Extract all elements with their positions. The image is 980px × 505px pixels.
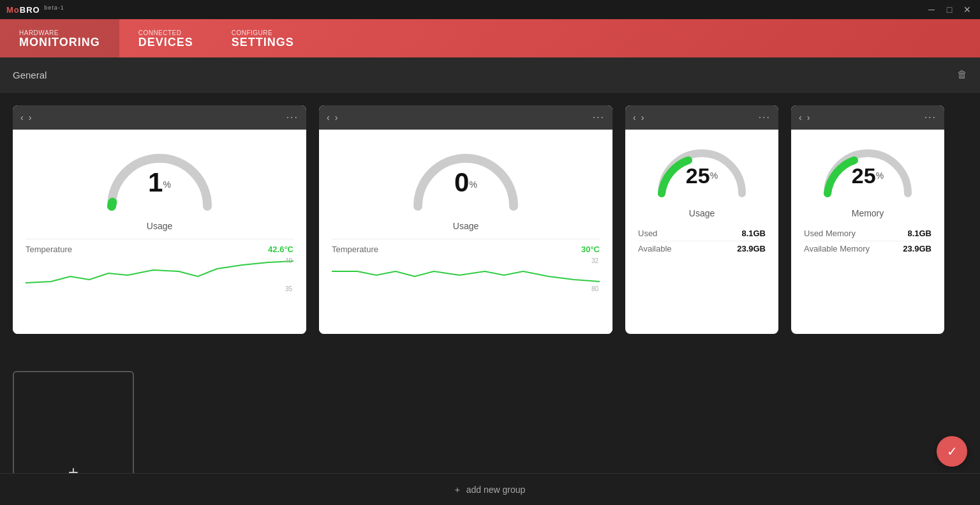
temp-label-cpu1: Temperature [26,245,72,254]
stats-mem2: Used Memory 8.1GB Available Memory 23.9G… [801,226,935,256]
widget-cpu1-menu[interactable]: ··· [286,112,299,123]
temp-row-cpu1: Temperature 42.6°C [26,239,293,254]
section-title: General [13,70,47,80]
widget-cpu1-header: ‹ › ··· [13,105,306,130]
chart-svg-cpu2 [332,257,600,292]
widget-mem2-prev[interactable]: ‹ [799,113,802,122]
gauge-unit-cpu1: % [163,179,170,190]
gauge-number-cpu1: 1 [148,167,163,197]
temp-label-cpu2: Temperature [332,245,378,254]
gauge-label-mem1: Usage [689,208,715,218]
window-controls: ─ □ ✕ [925,3,974,16]
gauge-number-mem2: 25 [852,163,876,188]
gauge-value-mem1: 25% [686,165,718,186]
stat-key-avail-mem2: Available Memory [804,244,870,253]
gauge-label-mem2: Memory [852,208,884,218]
stat-val-used-mem2: 8.1GB [907,229,932,238]
widget-cpu2-next[interactable]: › [335,113,338,122]
footer-plus-icon: + [455,485,460,495]
chart-min-cpu1: 35 [285,285,292,292]
stat-key-used-mem1: Used [638,229,657,238]
nav-item-monitoring[interactable]: Hardware MONITORING [0,19,119,57]
widget-mem2-body: 25% Memory Used Memory 8.1GB Available M… [791,130,944,308]
title-bar: MoBRO beta-1 ─ □ ✕ [0,0,980,19]
widget-cpu1-next[interactable]: › [29,113,32,122]
nav-item-settings[interactable]: Configure SETTINGS [212,19,313,57]
gauge-label-cpu2: Usage [453,221,479,231]
nav-main-settings: SETTINGS [232,36,294,48]
section-header: General 🗑 [0,57,980,93]
stat-key-used-mem2: Used Memory [804,229,856,238]
chart-area-cpu2: 32 80 [332,257,600,292]
gauge-label-cpu1: Usage [147,221,172,231]
stat-val-avail-mem1: 23.9GB [737,244,766,253]
widget-cpu1-nav: ‹ › [20,113,31,122]
widgets-area: ‹ › ··· 1% Usage Temperature 42.6°C [0,93,980,347]
widget-mem1-prev[interactable]: ‹ [633,113,636,122]
minimize-button[interactable]: ─ [925,3,938,16]
confirm-fab[interactable]: ✓ [937,436,967,467]
widget-mem1-menu[interactable]: ··· [759,112,771,123]
chart-min-cpu2: 80 [591,285,598,292]
temp-value-cpu1: 42.6°C [268,245,293,254]
widget-mem2-gauge: 25% [820,142,916,200]
gauge-number-mem1: 25 [686,163,710,188]
stat-val-used-mem1: 8.1GB [741,229,766,238]
widget-mem2-header: ‹ › ··· [791,105,944,130]
widget-mem2-menu[interactable]: ··· [924,112,937,123]
close-button[interactable]: ✕ [961,3,974,16]
chart-svg-cpu1 [26,257,293,292]
widget-mem2: ‹ › ··· 25% Memory Used Memory 8.1GB [791,105,944,334]
gauge-number-cpu2: 0 [454,167,469,197]
widget-cpu1-prev[interactable]: ‹ [20,113,24,122]
widget-mem1-body: 25% Usage Used 8.1GB Available 23.9GB [625,130,778,308]
chart-scale-cpu2: 32 80 [591,257,600,292]
temp-row-cpu2: Temperature 30°C [332,239,600,254]
nav-main-devices: DEVICES [138,36,193,48]
app-name-bro: BRO [20,5,40,15]
maximize-button[interactable]: □ [943,3,956,16]
stats-mem1: Used 8.1GB Available 23.9GB [635,226,769,256]
gauge-value-cpu2: 0% [454,169,477,196]
stat-row-used-mem2: Used Memory 8.1GB [804,226,932,241]
gauge-unit-mem1: % [710,170,718,181]
chart-area-cpu1: 49 35 [26,257,293,292]
gauge-value-mem2: 25% [852,165,884,186]
widget-cpu2-body: 0% Usage Temperature 30°C 32 80 [319,130,612,334]
footer-label: + add new group [455,485,526,495]
widget-cpu2-prev[interactable]: ‹ [327,113,330,122]
gauge-value-cpu1: 1% [148,169,171,196]
nav-bar: Hardware MONITORING Connected DEVICES Co… [0,19,980,57]
widget-cpu1: ‹ › ··· 1% Usage Temperature 42.6°C [13,105,306,334]
widget-mem1: ‹ › ··· 25% Usage Used 8.1GB [625,105,778,334]
widget-mem1-gauge: 25% [654,142,750,200]
gauge-unit-mem2: % [876,170,884,181]
widget-mem1-next[interactable]: › [641,113,644,122]
nav-main-monitoring: MONITORING [19,36,100,48]
stat-val-avail-mem2: 23.9GB [903,244,932,253]
widget-cpu1-gauge: 1% [102,142,217,213]
gauge-unit-cpu2: % [469,179,477,190]
app-name-mo: Mo [6,5,20,15]
stat-row-avail-mem1: Available 23.9GB [638,241,766,256]
section-delete-button[interactable]: 🗑 [957,69,967,80]
widget-mem2-next[interactable]: › [807,113,810,122]
widget-cpu2: ‹ › ··· 0% Usage Temperature 30°C [319,105,612,334]
footer-add-group[interactable]: + add new group [0,473,980,505]
nav-item-devices[interactable]: Connected DEVICES [119,19,212,57]
app-logo: MoBRO beta-1 [6,4,64,15]
nav-sub-settings: Configure [232,29,294,36]
chart-max-cpu2: 32 [591,257,598,264]
widget-cpu1-body: 1% Usage Temperature 42.6°C 49 35 [13,130,306,334]
confirm-fab-icon: ✓ [947,444,958,459]
widget-mem1-header: ‹ › ··· [625,105,778,130]
widget-mem1-nav: ‹ › [633,113,644,122]
widget-cpu2-menu[interactable]: ··· [593,112,605,123]
widget-cpu2-gauge: 0% [408,142,523,213]
widget-mem2-nav: ‹ › [799,113,810,122]
stat-row-used-mem1: Used 8.1GB [638,226,766,241]
stat-row-avail-mem2: Available Memory 23.9GB [804,241,932,256]
widget-cpu2-nav: ‹ › [327,113,338,122]
app-beta: beta-1 [44,4,64,11]
nav-sub-devices: Connected [138,29,193,36]
